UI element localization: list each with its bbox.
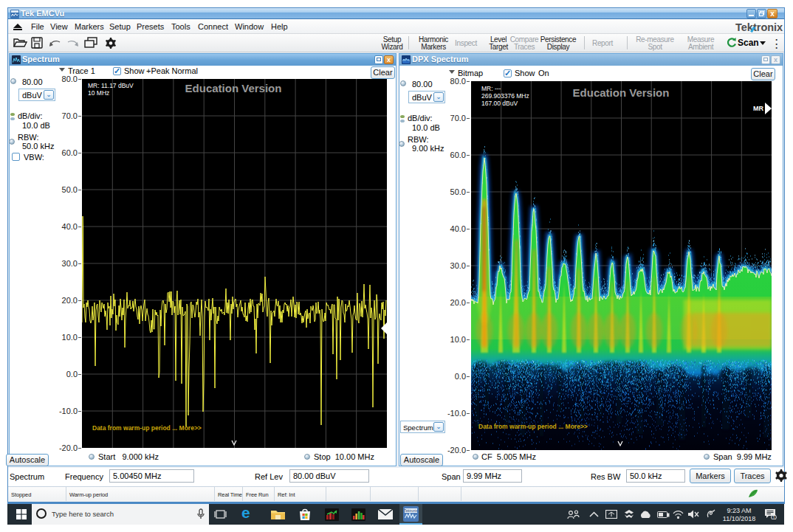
svg-text:167.00 dBuV: 167.00 dBuV xyxy=(481,100,518,107)
svg-text:MR: 11.17 dBuV: MR: 11.17 dBuV xyxy=(88,82,134,89)
svg-text:Tektronix: Tektronix xyxy=(404,509,418,513)
svg-text:Data from warm-up period ... M: Data from warm-up period ... More>> xyxy=(478,423,588,430)
svg-text:Education Version: Education Version xyxy=(185,82,282,94)
svg-text:Education Version: Education Version xyxy=(573,86,670,99)
svg-text:269.903376 MHz: 269.903376 MHz xyxy=(481,92,529,100)
svg-text:MR: ---: MR: --- xyxy=(481,85,501,92)
svg-text:1: 1 xyxy=(772,515,775,519)
svg-text:MR: MR xyxy=(753,105,763,112)
svg-text:10 MHz: 10 MHz xyxy=(88,89,109,97)
svg-text:Data from warm-up period ... M: Data from warm-up period ... More>> xyxy=(92,424,202,432)
